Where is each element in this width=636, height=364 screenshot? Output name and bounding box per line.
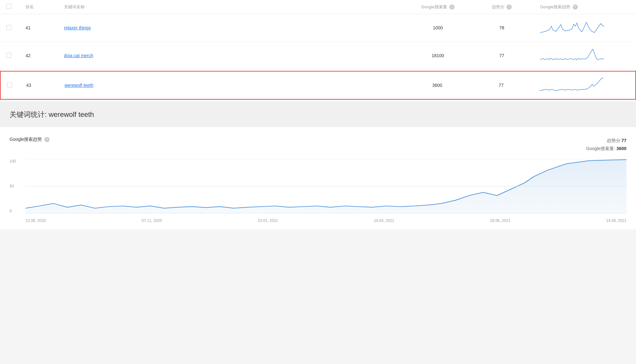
x-label-1: 22.08, 2020 [26, 218, 46, 223]
header-trend-score: 趋势分 ? [470, 4, 534, 10]
row-43-keyword-link[interactable]: werewolf teeth [65, 83, 93, 88]
row-41-trend-chart [534, 20, 630, 36]
chart-header: Google搜索趋势 ? 趋势分:77 Google搜索量: 3600 [10, 137, 626, 153]
header-trend-chart: Google搜索趋势 ? [534, 4, 630, 10]
row-41-sparkline [540, 20, 604, 36]
row-42-keyword: doja cat merch [64, 53, 406, 58]
grid-line-100 [26, 159, 626, 159]
row-42-checkbox[interactable] [6, 53, 12, 58]
chart-meta: 趋势分:77 Google搜索量: 3600 [586, 137, 626, 153]
chart-title: Google搜索趋势 ? [10, 137, 50, 142]
search-volume-meta: Google搜索量: 3600 [586, 145, 626, 153]
table-header: 排名 关键词名称 Google搜索量 ? 趋势分 ? Google搜索趋势 ? [0, 0, 636, 14]
header-checkbox [6, 4, 26, 10]
header-rank: 排名 [26, 4, 64, 10]
table-row: 41 relaxer things 1000 78 [0, 14, 636, 42]
row-41-keyword-link[interactable]: relaxer things [64, 25, 91, 30]
trend-score-meta: 趋势分:77 [586, 137, 626, 145]
y-label-50: 50 [10, 184, 22, 188]
row-43-trend-chart [533, 77, 629, 93]
table-row: 42 doja cat merch 18100 77 [0, 42, 636, 70]
row-checkbox [6, 53, 26, 59]
row-43-rank: 43 [26, 83, 65, 88]
stats-title: 关键词统计: werewolf teeth [10, 110, 626, 119]
table-row-highlighted: 43 werewolf teeth 3600 77 [0, 71, 636, 100]
chart-help-icon[interactable]: ? [44, 137, 50, 142]
x-axis-labels: 22.08, 2020 07.11, 2020 23.01, 2021 10.0… [26, 218, 626, 223]
row-checkbox [6, 25, 26, 31]
header-search-volume: Google搜索量 ? [406, 4, 470, 10]
row-41-search-volume: 1000 [406, 25, 470, 30]
search-volume-help-icon[interactable]: ? [449, 4, 454, 10]
header-keyword: 关键词名称 [64, 4, 406, 10]
chart-section: Google搜索趋势 ? 趋势分:77 Google搜索量: 3600 100 … [0, 127, 636, 229]
row-43-trend-score: 77 [469, 83, 533, 88]
row-41-rank: 41 [26, 25, 64, 30]
row-42-trend-score: 77 [470, 53, 534, 58]
row-43-keyword: werewolf teeth [65, 83, 405, 88]
grid-line-50 [26, 186, 626, 186]
row-42-rank: 42 [26, 53, 64, 58]
row-42-keyword-link[interactable]: doja cat merch [64, 53, 93, 58]
chart-area [26, 159, 626, 213]
row-43-sparkline [539, 77, 603, 93]
select-all-checkbox[interactable] [6, 4, 12, 9]
x-label-5: 26.06, 2021 [490, 218, 510, 223]
x-label-4: 10.04, 2021 [374, 218, 394, 223]
x-label-2: 07.11, 2020 [142, 218, 162, 223]
x-label-3: 23.01, 2021 [258, 218, 278, 223]
main-chart-container: 100 50 0 [10, 159, 626, 223]
stats-section: 关键词统计: werewolf teeth [0, 102, 636, 127]
y-axis-labels: 100 50 0 [10, 159, 22, 213]
row-41-checkbox[interactable] [6, 25, 12, 30]
trend-score-help-icon[interactable]: ? [507, 4, 512, 10]
row-checkbox [7, 82, 26, 88]
row-42-trend-chart [534, 48, 630, 64]
row-41-keyword: relaxer things [64, 25, 406, 30]
row-42-search-volume: 18100 [406, 53, 470, 58]
row-42-sparkline [540, 48, 604, 64]
y-label-100: 100 [10, 159, 22, 163]
row-41-trend-score: 78 [470, 25, 534, 30]
y-label-0: 0 [10, 209, 22, 213]
keyword-table: 排名 关键词名称 Google搜索量 ? 趋势分 ? Google搜索趋势 ? … [0, 0, 636, 100]
row-43-checkbox[interactable] [7, 82, 12, 87]
trend-chart-help-icon[interactable]: ? [573, 4, 578, 10]
x-label-6: 14.08, 2021 [606, 218, 626, 223]
row-43-search-volume: 3600 [405, 83, 469, 88]
